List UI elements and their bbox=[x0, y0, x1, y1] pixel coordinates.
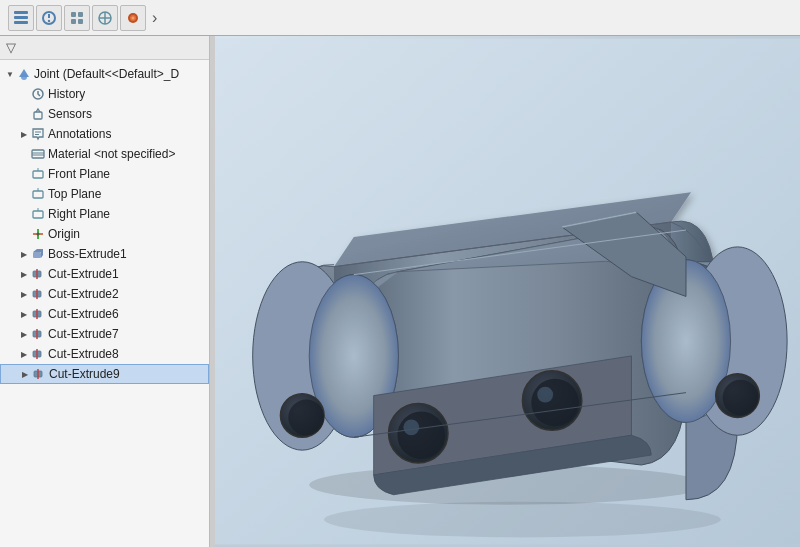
svg-rect-1 bbox=[14, 16, 28, 19]
sensors-label: Sensors bbox=[48, 107, 92, 121]
cut-extrude6-icon bbox=[30, 306, 46, 322]
cut-extrude7-icon bbox=[30, 326, 46, 342]
feature-tree-panel: ▽ ▼ Joint (Default<<Default>_D ▶ bbox=[0, 36, 210, 547]
tree-item-cut-extrude2[interactable]: ▶ Cut-Extrude2 bbox=[0, 284, 209, 304]
plane-icon-right bbox=[30, 206, 46, 222]
tree-item-boss-extrude1[interactable]: ▶ Boss-Extrude1 bbox=[0, 244, 209, 264]
plane-icon-top bbox=[30, 186, 46, 202]
cut-extrude7-label: Cut-Extrude7 bbox=[48, 327, 119, 341]
root-arrow: ▼ bbox=[4, 68, 16, 80]
cut-extrude2-label: Cut-Extrude2 bbox=[48, 287, 119, 301]
svg-point-67 bbox=[531, 379, 579, 427]
annotations-label: Annotations bbox=[48, 127, 111, 141]
tree-item-right-plane[interactable]: ▶ Right Plane bbox=[0, 204, 209, 224]
filter-bar: ▽ bbox=[0, 36, 209, 60]
cut-extrude1-icon bbox=[30, 266, 46, 282]
material-icon bbox=[30, 146, 46, 162]
cut7-arrow: ▶ bbox=[18, 328, 30, 340]
cut-extrude8-icon bbox=[30, 346, 46, 362]
feature-tree: ▼ Joint (Default<<Default>_D ▶ bbox=[0, 60, 209, 547]
part-icon bbox=[16, 66, 32, 82]
cut9-arrow: ▶ bbox=[19, 368, 31, 380]
svg-rect-8 bbox=[71, 19, 76, 24]
cut-extrude6-label: Cut-Extrude6 bbox=[48, 307, 119, 321]
cut-extrude9-icon bbox=[31, 366, 47, 382]
history-label: History bbox=[48, 87, 85, 101]
svg-point-62 bbox=[723, 380, 759, 416]
tree-item-sensors[interactable]: ▶ Sensors bbox=[0, 104, 209, 124]
svg-point-65 bbox=[403, 419, 419, 435]
tree-item-cut-extrude6[interactable]: ▶ Cut-Extrude6 bbox=[0, 304, 209, 324]
feature-manager-tab[interactable] bbox=[8, 5, 34, 31]
boss-arrow: ▶ bbox=[18, 248, 30, 260]
svg-rect-33 bbox=[33, 252, 41, 258]
svg-point-16 bbox=[21, 74, 27, 80]
toolbar: › bbox=[0, 0, 800, 36]
svg-rect-28 bbox=[33, 211, 43, 218]
cut-extrude1-label: Cut-Extrude1 bbox=[48, 267, 119, 281]
boss-extrude-icon bbox=[30, 246, 46, 262]
cut2-arrow: ▶ bbox=[18, 288, 30, 300]
display-manager-tab[interactable] bbox=[120, 5, 146, 31]
svg-point-32 bbox=[37, 233, 40, 236]
boss-extrude1-label: Boss-Extrude1 bbox=[48, 247, 127, 261]
3d-viewport[interactable] bbox=[215, 36, 800, 547]
sensors-icon bbox=[30, 106, 46, 122]
annotations-icon bbox=[30, 126, 46, 142]
tree-item-cut-extrude7[interactable]: ▶ Cut-Extrude7 bbox=[0, 324, 209, 344]
cut1-arrow: ▶ bbox=[18, 268, 30, 280]
root-label: Joint (Default<<Default>_D bbox=[34, 67, 179, 81]
tree-item-origin[interactable]: ▶ Origin bbox=[0, 224, 209, 244]
svg-rect-9 bbox=[78, 19, 83, 24]
svg-rect-18 bbox=[34, 112, 42, 119]
cut-extrude8-label: Cut-Extrude8 bbox=[48, 347, 119, 361]
tree-item-cut-extrude9[interactable]: ▶ Cut-Extrude9 bbox=[0, 364, 209, 384]
front-plane-label: Front Plane bbox=[48, 167, 110, 181]
tree-item-cut-extrude1[interactable]: ▶ Cut-Extrude1 bbox=[0, 264, 209, 284]
svg-point-68 bbox=[537, 387, 553, 403]
history-icon bbox=[30, 86, 46, 102]
property-manager-tab[interactable] bbox=[36, 5, 62, 31]
cut-extrude9-label: Cut-Extrude9 bbox=[49, 367, 120, 381]
material-label: Material <not specified> bbox=[48, 147, 175, 161]
svg-point-58 bbox=[288, 400, 324, 436]
svg-point-69 bbox=[324, 502, 721, 538]
dimxpert-tab[interactable] bbox=[92, 5, 118, 31]
svg-rect-6 bbox=[71, 12, 76, 17]
svg-point-5 bbox=[48, 19, 50, 21]
tree-root[interactable]: ▼ Joint (Default<<Default>_D bbox=[0, 64, 209, 84]
plane-icon-front bbox=[30, 166, 46, 182]
config-manager-tab[interactable] bbox=[64, 5, 90, 31]
tree-item-cut-extrude8[interactable]: ▶ Cut-Extrude8 bbox=[0, 344, 209, 364]
tree-item-material[interactable]: ▶ Material <not specified> bbox=[0, 144, 209, 164]
tree-item-top-plane[interactable]: ▶ Top Plane bbox=[0, 184, 209, 204]
tree-item-annotations[interactable]: ▶ Annotations bbox=[0, 124, 209, 144]
toolbar-more-btn[interactable]: › bbox=[148, 9, 161, 27]
cut6-arrow: ▶ bbox=[18, 308, 30, 320]
main-area: ▽ ▼ Joint (Default<<Default>_D ▶ bbox=[0, 36, 800, 547]
model-svg bbox=[215, 36, 800, 547]
svg-point-15 bbox=[132, 16, 135, 19]
svg-rect-26 bbox=[33, 191, 43, 198]
top-plane-label: Top Plane bbox=[48, 187, 101, 201]
tree-item-front-plane[interactable]: ▶ Front Plane bbox=[0, 164, 209, 184]
svg-rect-21 bbox=[32, 150, 44, 158]
origin-label: Origin bbox=[48, 227, 80, 241]
svg-rect-2 bbox=[14, 21, 28, 24]
cut8-arrow: ▶ bbox=[18, 348, 30, 360]
tree-item-history[interactable]: ▶ History bbox=[0, 84, 209, 104]
svg-rect-24 bbox=[33, 171, 43, 178]
svg-point-64 bbox=[397, 411, 445, 459]
annotations-arrow: ▶ bbox=[18, 128, 30, 140]
cut-extrude2-icon bbox=[30, 286, 46, 302]
filter-icon: ▽ bbox=[6, 40, 16, 55]
right-plane-label: Right Plane bbox=[48, 207, 110, 221]
svg-rect-7 bbox=[78, 12, 83, 17]
origin-icon bbox=[30, 226, 46, 242]
svg-rect-0 bbox=[14, 11, 28, 14]
